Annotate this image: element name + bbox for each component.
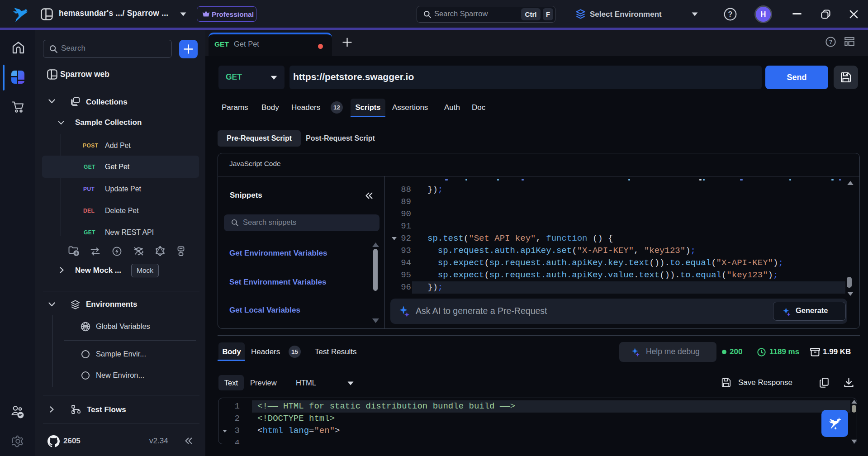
svg-text:?: ? [829, 39, 833, 45]
svg-text:?: ? [728, 10, 733, 18]
